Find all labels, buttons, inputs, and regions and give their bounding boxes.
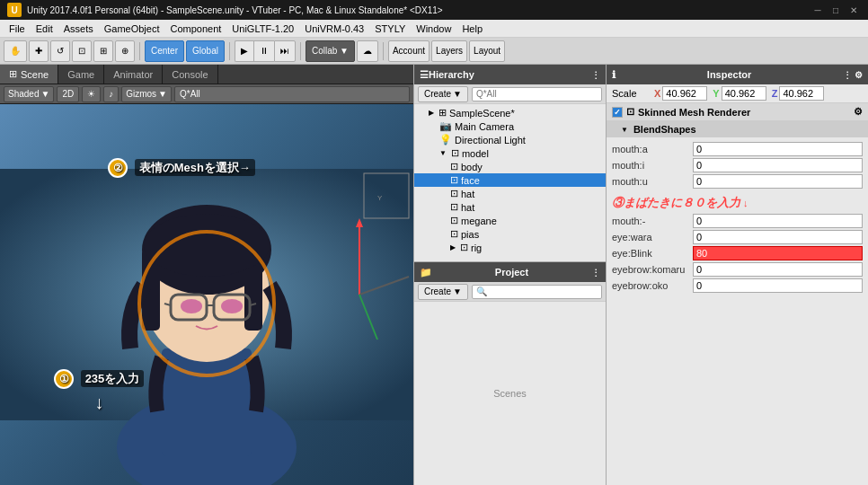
tree-item-directionallight[interactable]: 💡 Directional Light xyxy=(414,133,606,146)
hierarchy-search-input[interactable] xyxy=(472,87,602,101)
tab-game[interactable]: Game xyxy=(58,65,104,84)
scene-search[interactable]: Q*All xyxy=(174,86,410,102)
scene-icon: ⊞ xyxy=(438,107,447,119)
hierarchy-create-button[interactable]: Create ▼ xyxy=(418,86,468,102)
tree-item-hat[interactable]: ⊡ hat xyxy=(414,187,606,200)
project-content: Scenes xyxy=(414,302,606,485)
menu-assets[interactable]: Assets xyxy=(58,22,99,36)
blend-shape-row-eye-wara: eye:wara 0 xyxy=(607,229,868,245)
hierarchy-header: ☰ Hierarchy ⋮ xyxy=(414,65,606,84)
tree-item-megane[interactable]: ⊡ megane xyxy=(414,214,606,227)
move-tool-button[interactable]: ✚ xyxy=(29,40,49,62)
account-dropdown[interactable]: Account xyxy=(388,40,430,62)
titlebar: U Unity 2017.4.0f1 Personal (64bit) - Sa… xyxy=(0,0,868,20)
pause-button[interactable]: ⏸ xyxy=(253,40,274,62)
inspector-header: ℹ Inspector ⋮ ⚙ xyxy=(607,65,868,84)
tree-item-rig[interactable]: ▶ ⊡ rig xyxy=(414,241,606,254)
2d-button[interactable]: 2D xyxy=(57,86,79,102)
menu-edit[interactable]: Edit xyxy=(31,22,58,36)
inspector-panel: ℹ Inspector ⋮ ⚙ Scale X Y Z ✓ ⊡ Skinned … xyxy=(607,65,868,485)
step-button[interactable]: ⏭ xyxy=(274,40,296,62)
skinned-mesh-renderer-header[interactable]: ✓ ⊡ Skinned Mesh Renderer ⚙ xyxy=(607,102,868,120)
menu-gameobject[interactable]: GameObject xyxy=(99,22,165,36)
hierarchy-panel: ☰ Hierarchy ⋮ Create ▼ ▶ ⊞ SampleScene* … xyxy=(414,65,606,262)
menu-window[interactable]: Window xyxy=(411,22,456,36)
hierarchy-toolbar: Create ▼ xyxy=(414,84,606,104)
component-checkbox[interactable]: ✓ xyxy=(612,107,623,118)
layers-dropdown[interactable]: Layers xyxy=(431,40,467,62)
project-header: 📁 Project ⋮ xyxy=(414,262,606,282)
scene-panel: ⊞ Scene Game Animator Console Shaded▼ 2D… xyxy=(0,65,413,485)
collab-button[interactable]: Collab ▼ xyxy=(306,40,355,62)
blend-shape-row-mouth-a: mouth:a 0 xyxy=(607,141,868,157)
pias-icon: ⊡ xyxy=(450,228,458,240)
tab-animator[interactable]: Animator xyxy=(104,65,163,84)
lights-button[interactable]: ☀ xyxy=(82,86,101,102)
transform-tool-button[interactable]: ⊕ xyxy=(115,40,135,62)
scale-x-label: X xyxy=(654,88,660,99)
rotate-tool-button[interactable]: ↺ xyxy=(50,40,70,62)
menu-help[interactable]: Help xyxy=(456,22,488,36)
scale-label: Scale xyxy=(612,88,652,99)
project-create-button[interactable]: Create ▼ xyxy=(418,284,468,300)
tree-item-model[interactable]: ▼ ⊡ model xyxy=(414,146,606,160)
audio-button[interactable]: ♪ xyxy=(103,86,119,102)
blendshapes-header[interactable]: ▼ BlendShapes xyxy=(607,120,868,137)
inspector-options[interactable]: ⋮ ⚙ xyxy=(843,70,863,80)
scene-viewport: Y ② 表情のMeshを選択→ ① 235を入力 ↓ xyxy=(0,104,413,485)
play-button[interactable]: ▶ xyxy=(235,40,253,62)
blend-shape-row-eyebrow-komaru: eyebrow:komaru 0 xyxy=(607,261,868,278)
shaded-dropdown[interactable]: Shaded▼ xyxy=(4,86,54,102)
maximize-button[interactable]: □ xyxy=(828,3,843,17)
menu-styly[interactable]: STYLY xyxy=(369,22,411,36)
tree-item-body[interactable]: ⊡ body xyxy=(414,160,606,173)
svg-text:Y: Y xyxy=(377,194,383,202)
inspector-icon: ℹ xyxy=(612,69,616,81)
layout-dropdown[interactable]: Layout xyxy=(469,40,505,62)
tab-console[interactable]: Console xyxy=(163,65,217,84)
blend-shape-row-eyebrow-oko: eyebrow:oko 0 xyxy=(607,278,868,294)
center-button[interactable]: Center xyxy=(145,40,184,62)
rect-tool-button[interactable]: ⊞ xyxy=(93,40,113,62)
project-search-input[interactable] xyxy=(472,285,602,299)
tree-item-samplescene[interactable]: ▶ ⊞ SampleScene* xyxy=(414,106,606,119)
minimize-button[interactable]: ─ xyxy=(810,3,825,17)
scale-x-input[interactable] xyxy=(662,86,707,101)
svg-point-15 xyxy=(221,299,243,313)
hierarchy-tree: ▶ ⊞ SampleScene* 📷 Main Camera 💡 Directi… xyxy=(414,104,606,261)
menu-component[interactable]: Component xyxy=(164,22,226,36)
menu-univrm[interactable]: UniVRM-0.43 xyxy=(299,22,369,36)
close-button[interactable]: ✕ xyxy=(846,3,861,17)
hierarchy-icon: ☰ xyxy=(420,69,429,81)
scale-y-input[interactable] xyxy=(722,86,766,101)
scene-tabs: ⊞ Scene Game Animator Console xyxy=(0,65,413,84)
tree-item-maincamera[interactable]: 📷 Main Camera xyxy=(414,119,606,133)
eye-blink-value[interactable]: 80 xyxy=(693,246,863,260)
scene-view: Y ② 表情のMeshを選択→ ① 235を入力 ↓ xyxy=(0,104,413,485)
tree-item-face[interactable]: ⊡ face xyxy=(414,173,606,187)
menu-unigltf[interactable]: UniGLTF-1.20 xyxy=(226,22,299,36)
hat2-icon: ⊡ xyxy=(450,201,458,213)
gizmos-dropdown[interactable]: Gizmos▼ xyxy=(121,86,172,102)
menu-file[interactable]: File xyxy=(4,22,31,36)
scale-z-label: Z xyxy=(772,88,778,99)
component-settings-icon[interactable]: ⚙ xyxy=(854,106,863,118)
light-icon: 💡 xyxy=(439,134,452,146)
global-button[interactable]: Global xyxy=(186,40,225,62)
toolbar-separator-3 xyxy=(300,42,301,60)
tree-item-hat2[interactable]: ⊡ hat xyxy=(414,200,606,214)
tab-scene[interactable]: ⊞ Scene xyxy=(0,65,58,84)
megane-icon: ⊡ xyxy=(450,215,458,226)
hat-icon: ⊡ xyxy=(450,188,458,199)
cloud-button[interactable]: ☁ xyxy=(357,40,378,62)
scale-row: Scale X Y Z xyxy=(607,84,868,102)
tree-item-pias[interactable]: ⊡ pias xyxy=(414,227,606,241)
svg-rect-2 xyxy=(162,348,252,456)
toolbar-separator-1 xyxy=(139,42,140,60)
scale-tool-button[interactable]: ⊡ xyxy=(72,40,92,62)
hand-tool-button[interactable]: ✋ xyxy=(4,40,27,62)
hierarchy-options[interactable]: ⋮ xyxy=(591,70,600,80)
inspector-content: mouth:a 0 mouth:i 0 mouth:u 0 ③まばたきに８０を入… xyxy=(607,137,868,485)
scale-z-input[interactable] xyxy=(779,86,824,101)
project-options[interactable]: ⋮ xyxy=(591,268,600,278)
